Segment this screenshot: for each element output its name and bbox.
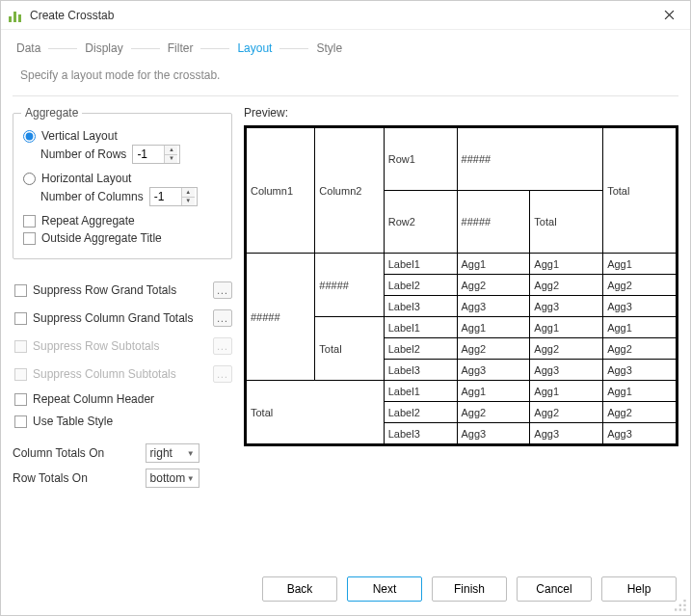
svg-rect-3 — [675, 608, 677, 610]
step-style[interactable]: Style — [314, 41, 344, 55]
app-icon — [9, 9, 24, 22]
preview-cell: Total — [315, 317, 384, 381]
options-group: Suppress Row Grand Totals ... Suppress C… — [13, 275, 232, 434]
resize-grip-icon[interactable] — [675, 600, 688, 613]
suppress-row-grand-more[interactable]: ... — [213, 281, 232, 299]
number-of-columns-stepper[interactable]: ▲ ▼ — [149, 187, 198, 206]
use-table-style-checkbox[interactable] — [14, 415, 27, 428]
window-title: Create Crosstab — [30, 9, 114, 22]
step-display[interactable]: Display — [83, 41, 124, 55]
preview-cell: Total — [603, 128, 677, 254]
number-of-rows-input[interactable] — [133, 146, 164, 163]
outside-aggregate-title-checkbox[interactable] — [23, 232, 36, 245]
footer-buttons: Back Next Finish Cancel Help — [1, 567, 690, 615]
repeat-column-header-label: Repeat Column Header — [33, 392, 154, 406]
step-layout[interactable]: Layout — [235, 41, 274, 55]
preview-cell: Agg2 — [530, 402, 603, 423]
preview-cell: Agg1 — [457, 381, 530, 402]
row-totals-on-value: bottom — [150, 471, 187, 485]
preview-cell: Agg2 — [457, 275, 530, 296]
preview-cell: Label3 — [384, 423, 457, 444]
svg-rect-2 — [683, 604, 685, 606]
repeat-aggregate-label: Repeat Aggregate — [41, 214, 135, 228]
preview-cell: Label1 — [384, 381, 457, 402]
preview-cell: Agg1 — [530, 254, 603, 275]
suppress-col-grand-checkbox[interactable] — [14, 312, 27, 325]
preview-panel: Preview: Column1 Column2 Row1 ##### Tota… — [244, 106, 678, 567]
preview-cell: Agg1 — [457, 254, 530, 275]
suppress-row-sub-checkbox — [14, 340, 27, 353]
column-totals-on-label: Column Totals On — [13, 446, 138, 460]
preview-cell: Label1 — [384, 254, 457, 275]
preview-cell: Agg1 — [603, 317, 677, 338]
preview-cell: Agg2 — [530, 338, 603, 360]
suppress-col-sub-label: Suppress Column Subtotals — [33, 367, 176, 381]
suppress-row-grand-checkbox[interactable] — [14, 284, 27, 297]
preview-cell: Agg2 — [603, 402, 677, 423]
preview-cell: Agg3 — [603, 296, 677, 317]
svg-rect-4 — [679, 608, 681, 610]
number-of-columns-input[interactable] — [150, 188, 181, 205]
suppress-row-sub-label: Suppress Row Subtotals — [33, 339, 159, 353]
preview-cell: Agg2 — [603, 338, 677, 360]
repeat-aggregate-checkbox[interactable] — [23, 215, 36, 228]
preview-cell: Agg3 — [457, 423, 530, 444]
preview-cell: Label2 — [384, 275, 457, 296]
preview-cell: Agg3 — [603, 423, 677, 444]
close-icon — [664, 10, 675, 20]
aggregate-legend: Aggregate — [21, 106, 82, 120]
vertical-layout-label: Vertical Layout — [41, 129, 118, 143]
number-of-columns-label: Number of Columns — [40, 190, 144, 203]
column-totals-on-value: right — [150, 446, 187, 460]
cols-spin-down[interactable]: ▼ — [181, 198, 195, 206]
preview-cell: Agg2 — [457, 402, 530, 423]
svg-rect-1 — [679, 604, 681, 606]
rows-spin-up[interactable]: ▲ — [164, 146, 177, 155]
preview-cell: Row2 — [384, 191, 457, 254]
suppress-row-sub-more: ... — [213, 337, 232, 355]
step-filter[interactable]: Filter — [166, 41, 196, 55]
aggregate-group: Aggregate Vertical Layout Number of Rows… — [13, 106, 232, 259]
horizontal-layout-label: Horizontal Layout — [41, 172, 131, 185]
suppress-col-grand-more[interactable]: ... — [213, 309, 232, 327]
suppress-col-grand-label: Suppress Column Grand Totals — [33, 311, 194, 325]
preview-cell: Total — [530, 191, 603, 254]
dialog-window: Create Crosstab Data Display Filter Layo… — [0, 0, 691, 616]
preview-cell: Agg3 — [530, 296, 603, 317]
preview-cell: Column1 — [247, 128, 315, 254]
row-totals-on-select[interactable]: bottom ▼ — [146, 469, 199, 488]
titlebar: Create Crosstab — [1, 1, 690, 30]
suppress-col-sub-more: ... — [213, 365, 232, 383]
preview-label: Preview: — [244, 106, 678, 120]
preview-cell: Agg1 — [457, 317, 530, 338]
column-totals-on-select[interactable]: right ▼ — [146, 443, 199, 463]
repeat-column-header-checkbox[interactable] — [14, 393, 27, 406]
vertical-layout-radio[interactable] — [23, 130, 36, 143]
horizontal-layout-radio[interactable] — [23, 173, 36, 185]
use-table-style-label: Use Table Style — [33, 415, 113, 428]
left-panel: Aggregate Vertical Layout Number of Rows… — [13, 106, 232, 567]
preview-cell: Agg3 — [603, 360, 677, 381]
finish-button[interactable]: Finish — [432, 576, 507, 602]
next-button[interactable]: Next — [347, 576, 422, 602]
preview-cell: Agg1 — [530, 381, 603, 402]
preview-cell: ##### — [457, 191, 530, 254]
preview-cell: Agg1 — [603, 254, 677, 275]
close-button[interactable] — [655, 5, 682, 26]
rows-spin-down[interactable]: ▼ — [164, 155, 177, 164]
back-button[interactable]: Back — [262, 576, 337, 602]
preview-table: Column1 Column2 Row1 ##### Total Row2 ##… — [244, 125, 678, 446]
number-of-rows-stepper[interactable]: ▲ ▼ — [132, 145, 180, 164]
step-data[interactable]: Data — [14, 41, 42, 55]
preview-cell: ##### — [315, 254, 384, 317]
cancel-button[interactable]: Cancel — [517, 576, 592, 602]
preview-cell: Row1 — [384, 128, 457, 191]
suppress-row-grand-label: Suppress Row Grand Totals — [33, 283, 176, 297]
preview-cell: Agg3 — [530, 360, 603, 381]
help-button[interactable]: Help — [601, 576, 677, 602]
preview-cell: Column2 — [315, 128, 384, 254]
cols-spin-up[interactable]: ▲ — [181, 188, 195, 198]
preview-cell: Agg2 — [603, 275, 677, 296]
outside-aggregate-title-label: Outside Aggregate Title — [41, 231, 162, 245]
preview-cell: Agg1 — [530, 317, 603, 338]
